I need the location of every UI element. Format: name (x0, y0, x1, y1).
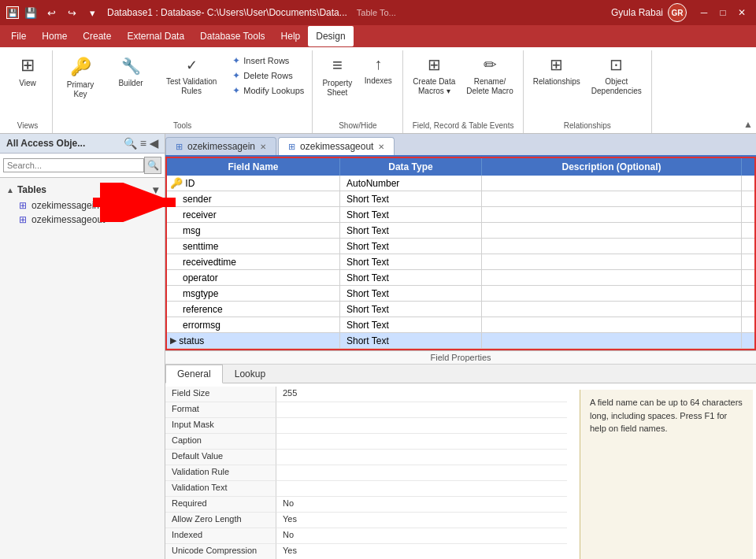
menu-design[interactable]: Design (308, 26, 353, 46)
sidebar-header: All Access Obje... 🔍 ≡ ◀ (0, 134, 165, 154)
table-row[interactable]: operator Short Text (167, 270, 754, 286)
close-button[interactable]: ✕ (734, 6, 750, 19)
value-caption[interactable] (276, 434, 567, 450)
view-icon: ⊞ (20, 55, 35, 76)
ribbon-group-show-hide-content: ≡ PropertySheet ↑ Indexes (317, 52, 398, 121)
events-group-label: Field, Record & Table Events (413, 121, 514, 131)
minimize-button[interactable]: ─ (696, 6, 712, 19)
search-input[interactable] (3, 158, 144, 172)
value-default-value[interactable] (276, 450, 567, 465)
menu-create[interactable]: Create (75, 26, 119, 46)
ribbon-modify-lookups-button[interactable]: ✦ Modify Lookups (229, 83, 307, 98)
cell-type-status: Short Text (340, 333, 482, 348)
value-field-size[interactable]: 255 (276, 387, 567, 402)
redo-button[interactable]: ↪ (63, 4, 80, 21)
row-indicator-receivedtime: receivedtime (167, 254, 340, 269)
sidebar-item-ozekimessagein[interactable]: ⊞ ozekimessagein (3, 198, 161, 213)
menu-help[interactable]: Help (273, 26, 309, 46)
tab-close-ozekimessageout[interactable]: ✕ (378, 143, 384, 151)
ribbon-indexes-button[interactable]: ↑ Indexes (358, 52, 398, 89)
row-indicator-receiver: receiver (167, 207, 340, 222)
undo-button[interactable]: ↩ (43, 4, 60, 21)
cell-type-errormsg: Short Text (340, 317, 482, 332)
ribbon-delete-rows-button[interactable]: ✦ Delete Rows (229, 68, 307, 83)
tab-close-ozekimessagein[interactable]: ✕ (260, 143, 266, 151)
property-sheet-icon: ≡ (332, 55, 343, 76)
menu-file[interactable]: File (3, 26, 34, 46)
value-input-mask[interactable] (276, 418, 567, 434)
sidebar-tables-header[interactable]: ▲ Tables ▾ (3, 181, 161, 198)
cell-scroll-id (742, 176, 754, 191)
tab-ozekimessageout[interactable]: ⊞ ozekimessageout ✕ (278, 137, 395, 155)
modify-lookups-icon: ✦ (232, 85, 240, 96)
menu-external-data[interactable]: External Data (119, 26, 192, 46)
relationships-label: Relationships (533, 77, 580, 87)
value-unicode-compression[interactable]: Yes (276, 544, 567, 559)
cell-desc-operator (482, 270, 742, 285)
sidebar-item-ozekimessageout[interactable]: ⊞ ozekimessageout (3, 213, 161, 227)
sidebar-options-icon[interactable]: ≡ (140, 137, 146, 150)
tab-icon-ozekimessagein: ⊞ (176, 142, 183, 152)
ribbon-test-validation-button[interactable]: ✓ Test ValidationRules (161, 54, 221, 99)
value-validation-text[interactable] (276, 481, 567, 497)
menu-bar: File Home Create External Data Database … (0, 25, 756, 47)
tables-expand-icon[interactable]: ▾ (153, 183, 158, 196)
table-row[interactable]: sender Short Text (167, 191, 754, 207)
table-row[interactable]: errormsg Short Text (167, 317, 754, 333)
menu-home[interactable]: Home (34, 26, 75, 46)
ribbon-view-button[interactable]: ⊞ View (8, 52, 47, 91)
tab-lookup[interactable]: Lookup (223, 365, 277, 383)
value-validation-rule[interactable] (276, 465, 567, 481)
value-allow-zero-length[interactable]: Yes (276, 513, 567, 528)
search-button[interactable]: 🔍 (144, 157, 161, 174)
ribbon-property-sheet-button[interactable]: ≡ PropertySheet (317, 52, 357, 101)
ribbon-create-data-macros-button[interactable]: ⊞ Create DataMacros ▾ (408, 52, 460, 99)
props-row-validation-rule: Validation Rule (165, 465, 567, 481)
label-validation-text: Validation Text (165, 481, 276, 497)
show-hide-group-label: Show/Hide (339, 121, 376, 131)
value-required[interactable]: No (276, 497, 567, 513)
table-row[interactable]: msgtype Short Text (167, 286, 754, 302)
table-label-ozekimessagein: ozekimessagein (32, 200, 99, 211)
ribbon-insert-rows-button[interactable]: ✦ Insert Rows (229, 54, 307, 68)
save-button[interactable]: 💾 (22, 4, 39, 21)
ribbon-collapse-button[interactable]: ▲ (743, 119, 753, 130)
modify-lookups-label: Modify Lookups (243, 86, 304, 95)
table-row[interactable]: reference Short Text (167, 302, 754, 317)
tab-ozekimessagein[interactable]: ⊞ ozekimessagein ✕ (165, 137, 276, 155)
table-row[interactable]: senttime Short Text (167, 239, 754, 254)
table-row[interactable]: receiver Short Text (167, 207, 754, 223)
relationships-group-label: Relationships (564, 121, 611, 131)
cell-scroll-operator (742, 270, 754, 285)
cell-scroll-receiver (742, 207, 754, 222)
builder-icon: 🔧 (121, 57, 141, 76)
ribbon-rename-delete-macro-button[interactable]: ✏ Rename/Delete Macro (461, 52, 517, 99)
quick-access-dropdown[interactable]: ▾ (83, 4, 101, 21)
menu-database-tools[interactable]: Database Tools (192, 26, 273, 46)
tables-label: Tables (17, 184, 46, 195)
tab-general[interactable]: General (165, 365, 223, 383)
table-row[interactable]: receivedtime Short Text (167, 254, 754, 270)
cell-desc-status (482, 333, 742, 348)
rename-delete-macro-label: Rename/Delete Macro (466, 77, 513, 96)
ribbon-builder-button[interactable]: 🔧 Builder (111, 54, 150, 91)
ribbon-primary-key-button[interactable]: 🔑 PrimaryKey (61, 54, 100, 102)
cell-type-receiver: Short Text (340, 207, 482, 222)
value-format[interactable] (276, 402, 567, 418)
value-indexed[interactable]: No (276, 528, 567, 544)
table-row-selected[interactable]: ▶ status Short Text (167, 333, 754, 349)
props-row-indexed: Indexed No (165, 528, 567, 544)
label-required: Required (165, 497, 276, 513)
sidebar-collapse-icon[interactable]: ◀ (150, 137, 158, 150)
ribbon-relationships-button[interactable]: ⊞ Relationships (528, 52, 585, 90)
props-row-allow-zero-length: Allow Zero Length Yes (165, 513, 567, 528)
create-data-macros-label: Create DataMacros ▾ (413, 77, 455, 96)
table-row[interactable]: msg Short Text (167, 223, 754, 239)
ribbon-object-dependencies-button[interactable]: ⊡ ObjectDependencies (587, 52, 647, 99)
object-dependencies-icon: ⊡ (610, 55, 623, 74)
props-row-input-mask: Input Mask (165, 418, 567, 434)
col-header-scroll (742, 158, 754, 176)
table-row[interactable]: 🔑 ID AutoNumber (167, 176, 754, 191)
maximize-button[interactable]: □ (715, 6, 731, 19)
sidebar-search-icon[interactable]: 🔍 (124, 137, 137, 150)
